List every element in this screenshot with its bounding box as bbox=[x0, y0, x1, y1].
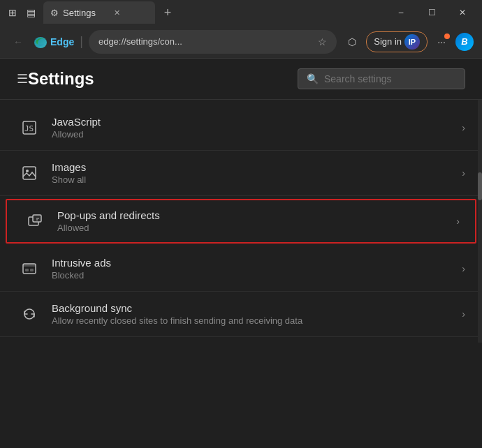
intrusive-ads-content: Intrusive ads Blocked bbox=[52, 257, 462, 281]
intrusive-ads-icon bbox=[17, 256, 42, 281]
url-text: edge://settings/con... bbox=[98, 36, 312, 47]
separator: | bbox=[80, 34, 83, 49]
settings-item-intrusive-ads[interactable]: Intrusive ads Blocked › bbox=[0, 246, 482, 292]
settings-item-background-sync[interactable]: Background sync Allow recently closed si… bbox=[0, 292, 482, 337]
settings-tab[interactable]: ⚙ Settings ✕ bbox=[43, 1, 155, 24]
edge-logo: Edge bbox=[34, 35, 74, 49]
popups-icon bbox=[22, 209, 48, 234]
search-icon: 🔍 bbox=[307, 73, 319, 84]
workspaces-icon[interactable]: ⊞ bbox=[6, 6, 20, 20]
svg-rect-8 bbox=[23, 264, 36, 267]
settings-item-javascript[interactable]: JS JavaScript Allowed › bbox=[0, 105, 482, 151]
bing-icon[interactable]: B bbox=[455, 33, 474, 51]
bing-label: B bbox=[461, 36, 467, 47]
more-tools-icon[interactable]: ··· bbox=[432, 32, 451, 52]
images-content: Images Show all bbox=[52, 161, 462, 185]
address-right-icons: ⬡ Sign in IP ··· B bbox=[342, 31, 474, 52]
scrollbar-track[interactable] bbox=[478, 100, 482, 343]
search-settings-input[interactable] bbox=[324, 73, 456, 84]
scrollbar-thumb[interactable] bbox=[478, 172, 482, 200]
background-sync-icon bbox=[17, 301, 42, 327]
tab-close-button[interactable]: ✕ bbox=[114, 8, 120, 17]
javascript-icon: JS bbox=[17, 115, 42, 140]
settings-title: Settings bbox=[28, 69, 298, 89]
close-button[interactable]: ✕ bbox=[448, 3, 476, 22]
svg-rect-3 bbox=[23, 167, 36, 179]
images-chevron: › bbox=[462, 167, 465, 179]
svg-point-4 bbox=[26, 170, 29, 172]
svg-rect-10 bbox=[30, 269, 34, 271]
tab-label: Settings bbox=[63, 8, 96, 18]
intrusive-ads-title: Intrusive ads bbox=[52, 257, 462, 269]
address-bar: ← Edge | edge://settings/con... ☆ bbox=[0, 25, 482, 59]
popups-content: Pop-ups and redirects Allowed bbox=[57, 209, 456, 233]
javascript-title: JavaScript bbox=[52, 116, 462, 128]
svg-rect-9 bbox=[25, 269, 29, 271]
edge-logo-icon bbox=[34, 35, 48, 49]
star-icon[interactable]: ☆ bbox=[318, 36, 327, 47]
new-tab-button[interactable]: + bbox=[158, 3, 177, 22]
settings-item-images[interactable]: Images Show all › bbox=[0, 151, 482, 196]
javascript-content: JavaScript Allowed bbox=[52, 116, 462, 140]
tab-bar-icons: ⊞ ▤ bbox=[6, 6, 38, 20]
settings-item-popups[interactable]: Pop-ups and redirects Allowed › bbox=[6, 199, 476, 244]
svg-text:JS: JS bbox=[24, 124, 34, 133]
search-settings-box[interactable]: 🔍 bbox=[298, 68, 465, 89]
images-icon bbox=[17, 160, 42, 186]
settings-header: ☰ Settings 🔍 bbox=[0, 59, 482, 100]
settings-page: ☰ Settings 🔍 JS JavaScript Allowed › bbox=[0, 59, 482, 448]
images-title: Images bbox=[52, 161, 462, 173]
sign-in-button[interactable]: Sign in IP bbox=[366, 31, 428, 52]
background-sync-subtitle: Allow recently closed sites to finish se… bbox=[52, 315, 462, 326]
window-controls: – ☐ ✕ bbox=[387, 3, 476, 22]
intrusive-ads-subtitle: Blocked bbox=[52, 270, 462, 281]
intrusive-ads-chevron: › bbox=[462, 263, 465, 274]
sign-in-label: Sign in bbox=[374, 36, 402, 47]
extensions-icon[interactable]: ⬡ bbox=[342, 32, 362, 52]
javascript-chevron: › bbox=[462, 122, 465, 133]
profile-badge: IP bbox=[404, 34, 420, 50]
background-sync-chevron: › bbox=[462, 308, 465, 320]
url-bar[interactable]: edge://settings/con... ☆ bbox=[89, 30, 337, 54]
tab-area: ⚙ Settings ✕ + bbox=[43, 1, 381, 24]
javascript-subtitle: Allowed bbox=[52, 129, 462, 140]
popups-chevron: › bbox=[456, 216, 460, 227]
back-button[interactable]: ← bbox=[8, 32, 28, 52]
minimize-button[interactable]: – bbox=[387, 3, 415, 22]
edge-label: Edge bbox=[50, 36, 74, 47]
title-bar: ⊞ ▤ ⚙ Settings ✕ + – ☐ ✕ bbox=[0, 0, 482, 25]
background-sync-content: Background sync Allow recently closed si… bbox=[52, 302, 462, 326]
popups-subtitle: Allowed bbox=[57, 223, 456, 233]
tab-settings-icon: ⚙ bbox=[50, 8, 59, 18]
background-sync-title: Background sync bbox=[52, 302, 462, 314]
tab-list-icon[interactable]: ▤ bbox=[24, 6, 38, 20]
maximize-button[interactable]: ☐ bbox=[418, 3, 446, 22]
notification-badge bbox=[444, 33, 450, 39]
popups-title: Pop-ups and redirects bbox=[57, 209, 456, 221]
hamburger-icon[interactable]: ☰ bbox=[17, 71, 28, 87]
settings-list: JS JavaScript Allowed › Images Show all bbox=[0, 100, 482, 343]
images-subtitle: Show all bbox=[52, 174, 462, 185]
back-icon: ← bbox=[13, 36, 23, 47]
